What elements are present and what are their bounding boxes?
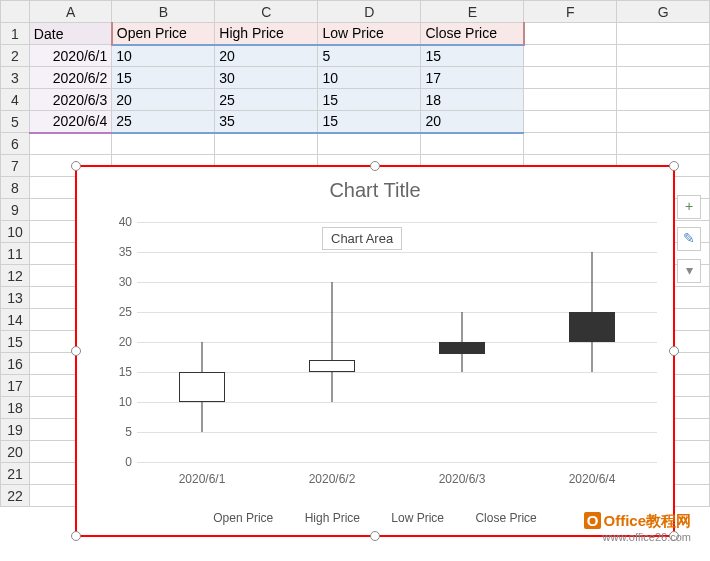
row-header-21[interactable]: 21 — [1, 463, 30, 485]
chart-object[interactable]: + ✎ ▾ Chart Title Chart Area 05101520253… — [75, 165, 675, 507]
resize-handle-nw[interactable] — [71, 161, 81, 171]
chart-title[interactable]: Chart Title — [77, 167, 673, 208]
x-tick-label: 2020/6/4 — [552, 472, 632, 486]
row-header-20[interactable]: 20 — [1, 441, 30, 463]
cell-G5[interactable] — [617, 111, 710, 133]
row-header-17[interactable]: 17 — [1, 375, 30, 397]
cell-B2[interactable]: 10 — [112, 45, 215, 67]
col-header-A[interactable]: A — [29, 1, 111, 23]
x-tick-label: 2020/6/3 — [422, 472, 502, 486]
row-header-16[interactable]: 16 — [1, 353, 30, 375]
row-header-1[interactable]: 1 — [1, 23, 30, 45]
cell-G1[interactable] — [617, 23, 710, 45]
col-header-G[interactable]: G — [617, 1, 710, 23]
y-tick-label: 20 — [102, 335, 132, 349]
cell-C3[interactable]: 30 — [215, 67, 318, 89]
y-tick-label: 35 — [102, 245, 132, 259]
cell-F2[interactable] — [524, 45, 617, 67]
row-header-5[interactable]: 5 — [1, 111, 30, 133]
cell-D1[interactable]: Low Price — [318, 23, 421, 45]
row-header-8[interactable]: 8 — [1, 177, 30, 199]
cell-E5[interactable]: 20 — [421, 111, 524, 133]
row-header-9[interactable]: 9 — [1, 199, 30, 221]
cell-B1[interactable]: Open Price — [112, 23, 215, 45]
cell-G3[interactable] — [617, 67, 710, 89]
corner-cell[interactable] — [1, 1, 30, 23]
row-header-3[interactable]: 3 — [1, 67, 30, 89]
row-header-19[interactable]: 19 — [1, 419, 30, 441]
cell-A5[interactable]: 2020/6/4 — [29, 111, 111, 133]
cell-B4[interactable]: 20 — [112, 89, 215, 111]
col-header-B[interactable]: B — [112, 1, 215, 23]
cell-D3[interactable]: 10 — [318, 67, 421, 89]
cell-F3[interactable] — [524, 67, 617, 89]
col-header-D[interactable]: D — [318, 1, 421, 23]
cell-C4[interactable]: 25 — [215, 89, 318, 111]
x-tick-label: 2020/6/1 — [162, 472, 242, 486]
y-tick-label: 5 — [102, 425, 132, 439]
row-header-6[interactable]: 6 — [1, 133, 30, 155]
y-tick-label: 30 — [102, 275, 132, 289]
resize-handle-w[interactable] — [71, 346, 81, 356]
cell-B5[interactable]: 25 — [112, 111, 215, 133]
col-header-F[interactable]: F — [524, 1, 617, 23]
cell-F5[interactable] — [524, 111, 617, 133]
plot-area[interactable]: 05101520253035402020/6/12020/6/22020/6/3… — [137, 222, 657, 462]
cell-C5[interactable]: 35 — [215, 111, 318, 133]
row-header-22[interactable]: 22 — [1, 485, 30, 507]
y-tick-label: 25 — [102, 305, 132, 319]
candlestick[interactable] — [557, 222, 627, 462]
chart-elements-button[interactable]: + — [677, 195, 701, 219]
candlestick[interactable] — [167, 222, 237, 462]
col-header-C[interactable]: C — [215, 1, 318, 23]
cell-E3[interactable]: 17 — [421, 67, 524, 89]
row-header-18[interactable]: 18 — [1, 397, 30, 419]
row-header-12[interactable]: 12 — [1, 265, 30, 287]
row-header-10[interactable]: 10 — [1, 221, 30, 243]
row-header-14[interactable]: 14 — [1, 309, 30, 331]
row-header-2[interactable]: 2 — [1, 45, 30, 67]
row-header-13[interactable]: 13 — [1, 287, 30, 309]
y-tick-label: 40 — [102, 215, 132, 229]
cell-C1[interactable]: High Price — [215, 23, 318, 45]
cell-G2[interactable] — [617, 45, 710, 67]
cell-D4[interactable]: 15 — [318, 89, 421, 111]
cell-A1[interactable]: Date — [29, 23, 111, 45]
y-tick-label: 10 — [102, 395, 132, 409]
cell-B3[interactable]: 15 — [112, 67, 215, 89]
col-header-E[interactable]: E — [421, 1, 524, 23]
resize-handle-e[interactable] — [669, 346, 679, 356]
y-tick-label: 15 — [102, 365, 132, 379]
cell-C2[interactable]: 20 — [215, 45, 318, 67]
chart-styles-button[interactable]: ✎ — [677, 227, 701, 251]
cell-G4[interactable] — [617, 89, 710, 111]
cell-E1[interactable]: Close Price — [421, 23, 524, 45]
cell-A3[interactable]: 2020/6/2 — [29, 67, 111, 89]
cell-E4[interactable]: 18 — [421, 89, 524, 111]
candlestick[interactable] — [297, 222, 367, 462]
candlestick[interactable] — [427, 222, 497, 462]
row-header-7[interactable]: 7 — [1, 155, 30, 177]
cell-D5[interactable]: 15 — [318, 111, 421, 133]
cell-F4[interactable] — [524, 89, 617, 111]
cell-A2[interactable]: 2020/6/1 — [29, 45, 111, 67]
y-tick-label: 0 — [102, 455, 132, 469]
cell-E2[interactable]: 15 — [421, 45, 524, 67]
row-header-4[interactable]: 4 — [1, 89, 30, 111]
cell-D2[interactable]: 5 — [318, 45, 421, 67]
row-header-11[interactable]: 11 — [1, 243, 30, 265]
x-tick-label: 2020/6/2 — [292, 472, 372, 486]
gridline — [137, 462, 657, 463]
cell-F1[interactable] — [524, 23, 617, 45]
resize-handle-ne[interactable] — [669, 161, 679, 171]
resize-handle-n[interactable] — [370, 161, 380, 171]
chart-filter-button[interactable]: ▾ — [677, 259, 701, 283]
row-header-15[interactable]: 15 — [1, 331, 30, 353]
cell-A4[interactable]: 2020/6/3 — [29, 89, 111, 111]
